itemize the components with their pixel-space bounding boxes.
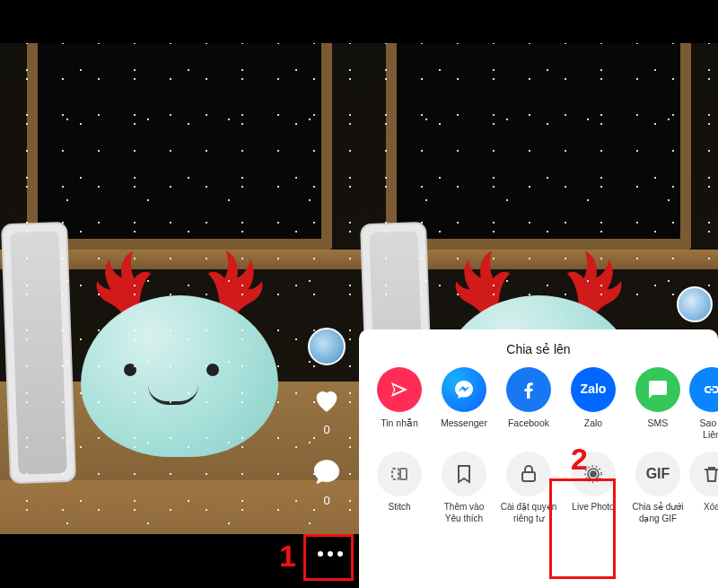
action-stitch-label: Stitch xyxy=(388,502,410,513)
share-zalo[interactable]: Zalo Zalo xyxy=(564,367,623,441)
share-dm[interactable]: Tin nhắn xyxy=(370,367,429,441)
share-sms[interactable]: SMS xyxy=(628,367,687,441)
more-options-button[interactable] xyxy=(312,536,348,572)
share-sheet-title: Chia sẻ lên xyxy=(359,342,718,356)
comment-icon xyxy=(311,456,342,487)
like-count: 0 xyxy=(323,423,329,436)
share-targets-row: Tin nhắn Messenger Facebook Zalo Zalo xyxy=(359,367,718,441)
annotation-label-2: 2 xyxy=(571,442,588,477)
share-actions-row: Stitch Thêm vào Yêu thích Cài đặt quyền … xyxy=(359,452,718,524)
share-facebook-label: Facebook xyxy=(508,417,549,429)
stitch-icon xyxy=(377,452,422,496)
action-favorite-label: Thêm vào Yêu thích xyxy=(444,502,484,524)
svg-point-3 xyxy=(591,471,596,477)
action-gif[interactable]: GIF Chia sẻ dưới dạng GIF xyxy=(628,452,687,524)
gif-icon: GIF xyxy=(635,452,680,496)
share-dm-label: Tin nhắn xyxy=(381,417,418,429)
action-gif-label: Chia sẻ dưới dạng GIF xyxy=(633,502,684,524)
share-copylink[interactable]: Sao c Liên xyxy=(693,367,718,441)
action-delete-label: Xóa xyxy=(704,502,718,513)
facebook-icon xyxy=(506,367,551,412)
share-facebook[interactable]: Facebook xyxy=(499,367,558,441)
share-zalo-label: Zalo xyxy=(584,417,602,429)
lock-icon xyxy=(506,452,551,496)
heart-icon xyxy=(311,385,342,416)
sms-icon xyxy=(635,367,680,412)
screenshot-step-2: Chia sẻ lên Tin nhắn Messenger Facebook xyxy=(359,0,718,588)
send-icon xyxy=(377,367,422,412)
share-copylink-label: Sao c Liên xyxy=(700,417,718,441)
comment-count: 0 xyxy=(323,494,329,507)
video-action-rail: 0 0 xyxy=(305,328,348,507)
svg-rect-0 xyxy=(392,469,398,479)
action-privacy-label: Cài đặt quyền riêng tư xyxy=(501,502,557,524)
share-sheet: Chia sẻ lên Tin nhắn Messenger Facebook xyxy=(359,329,718,588)
action-delete[interactable]: Xóa xyxy=(693,452,718,524)
like-button[interactable] xyxy=(310,383,344,417)
action-livephoto-label: Live Photo xyxy=(572,502,614,513)
action-stitch[interactable]: Stitch xyxy=(370,452,429,524)
messenger-icon xyxy=(442,367,486,412)
link-icon xyxy=(689,367,718,412)
annotation-label-1: 1 xyxy=(279,539,296,574)
share-messenger-label: Messenger xyxy=(441,417,487,429)
trash-icon xyxy=(689,452,718,496)
author-avatar[interactable] xyxy=(308,328,346,365)
comment-button[interactable] xyxy=(310,454,344,488)
zalo-icon: Zalo xyxy=(571,367,616,412)
author-avatar[interactable] xyxy=(677,286,713,322)
svg-rect-1 xyxy=(400,469,407,479)
action-privacy[interactable]: Cài đặt quyền riêng tư xyxy=(499,452,558,524)
share-sms-label: SMS xyxy=(648,417,669,429)
share-messenger[interactable]: Messenger xyxy=(434,367,494,441)
action-favorite[interactable]: Thêm vào Yêu thích xyxy=(434,452,494,524)
svg-rect-2 xyxy=(522,472,535,481)
screenshot-step-1: 0 0 1 xyxy=(0,0,359,588)
bookmark-icon xyxy=(442,452,486,496)
